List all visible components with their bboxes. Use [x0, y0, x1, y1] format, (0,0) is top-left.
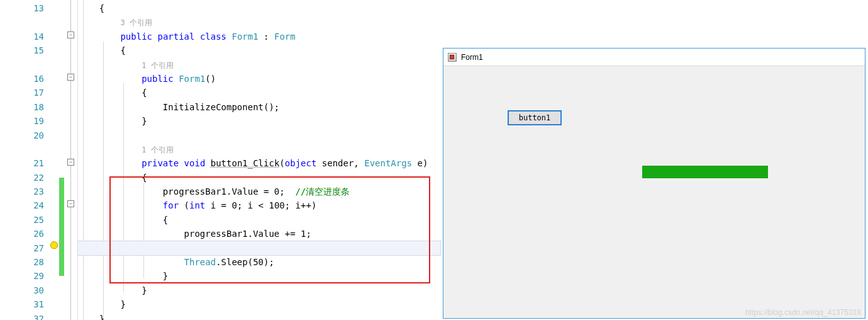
- code-token: }: [99, 314, 104, 320]
- code-token: Thread: [184, 257, 216, 267]
- progressbar1: [642, 166, 768, 178]
- code-token: (: [179, 200, 189, 210]
- line-number: 20: [0, 129, 49, 142]
- code-token: {: [120, 45, 125, 55]
- code-token: }: [142, 285, 147, 295]
- code-token: {: [142, 173, 147, 183]
- watermark-text: https://blog.csdn.net/qq_41375318: [745, 308, 861, 317]
- change-indicator: [59, 178, 64, 276]
- window-title: Form1: [461, 53, 483, 62]
- line-number: [0, 58, 49, 72]
- code-token: int: [189, 200, 205, 210]
- code-token: InitializeComponent();: [163, 102, 279, 112]
- code-token: public: [120, 31, 152, 42]
- code-editor: 13 14 15 16 17 18 19 20 21 22 23 24 25 2…: [0, 0, 440, 320]
- code-token: i = 0; i < 100; i++): [205, 200, 316, 210]
- code-token: private: [142, 158, 179, 168]
- fold-toggle[interactable]: −: [67, 159, 74, 166]
- fold-toggle[interactable]: −: [67, 200, 74, 207]
- fold-toggle[interactable]: −: [67, 74, 74, 81]
- button1[interactable]: button1: [508, 110, 562, 125]
- code-comment: //清空进度条: [296, 186, 350, 197]
- code-token: :: [259, 31, 274, 42]
- form1-window[interactable]: Form1 button1 https://blog.csdn.net/qq_4…: [443, 48, 865, 319]
- code-token: EventArgs: [364, 158, 412, 168]
- code-token: {: [142, 88, 147, 98]
- line-number: 25: [0, 213, 49, 227]
- line-number: 31: [0, 297, 49, 311]
- window-icon: [447, 52, 457, 62]
- code-token: progressBar1.Value += 1;: [184, 229, 311, 239]
- line-number: 32: [0, 312, 49, 320]
- line-number: 15: [0, 43, 49, 57]
- line-number: [0, 15, 49, 29]
- fold-gutter: − − − −: [64, 0, 78, 320]
- code-area[interactable]: { 3 个引用 public partial class Form1 : For…: [78, 0, 440, 320]
- line-number: 19: [0, 114, 49, 128]
- code-token: (: [279, 158, 284, 168]
- line-number: 18: [0, 100, 49, 114]
- line-number: 29: [0, 269, 49, 283]
- form-client-area: button1 https://blog.csdn.net/qq_4137531…: [443, 66, 865, 318]
- line-number: 24: [0, 198, 49, 212]
- code-token: for: [163, 200, 179, 210]
- line-number: 26: [0, 227, 49, 241]
- change-gutter: [59, 0, 64, 320]
- lightbulb-icon[interactable]: [50, 241, 58, 249]
- code-token: Form: [274, 31, 296, 42]
- line-number: [0, 142, 49, 156]
- code-token: e): [412, 158, 428, 168]
- suggestion-gutter: [49, 0, 59, 320]
- code-token: }: [163, 271, 168, 281]
- code-token: Form1: [232, 31, 259, 42]
- line-number: 13: [0, 1, 49, 15]
- line-number: 14: [0, 30, 49, 43]
- code-token: partial: [157, 31, 194, 42]
- code-token: }: [120, 299, 125, 309]
- line-number: 22: [0, 171, 49, 185]
- code-token: void: [184, 158, 206, 168]
- line-number: 27: [0, 241, 49, 255]
- code-token: class: [200, 31, 226, 42]
- line-number: 21: [0, 156, 49, 170]
- line-number: 23: [0, 185, 49, 198]
- code-token: public: [142, 74, 174, 84]
- code-token: sender,: [316, 158, 364, 168]
- fold-toggle[interactable]: −: [67, 31, 74, 38]
- code-token: {: [163, 215, 168, 225]
- codelens-references[interactable]: 1 个引用: [142, 146, 173, 154]
- line-number: 16: [0, 72, 49, 86]
- current-line: [78, 241, 440, 255]
- code-token: }: [142, 116, 147, 126]
- line-number: 28: [0, 255, 49, 269]
- code-token: Form1: [179, 74, 205, 84]
- codelens-references[interactable]: 3 个引用: [120, 18, 152, 27]
- code-token: progressBar1.Value = 0;: [163, 186, 296, 197]
- code-token: button1_Click: [211, 158, 280, 168]
- line-number-gutter: 13 14 15 16 17 18 19 20 21 22 23 24 25 2…: [0, 0, 49, 320]
- code-token: (): [205, 74, 216, 84]
- code-token: .Sleep(50);: [216, 257, 274, 267]
- code-token: {: [99, 3, 104, 13]
- codelens-references[interactable]: 1 个引用: [142, 61, 173, 70]
- line-number: 30: [0, 283, 49, 297]
- line-number: 17: [0, 86, 49, 100]
- form-titlebar[interactable]: Form1: [443, 49, 865, 66]
- code-token: object: [285, 158, 317, 168]
